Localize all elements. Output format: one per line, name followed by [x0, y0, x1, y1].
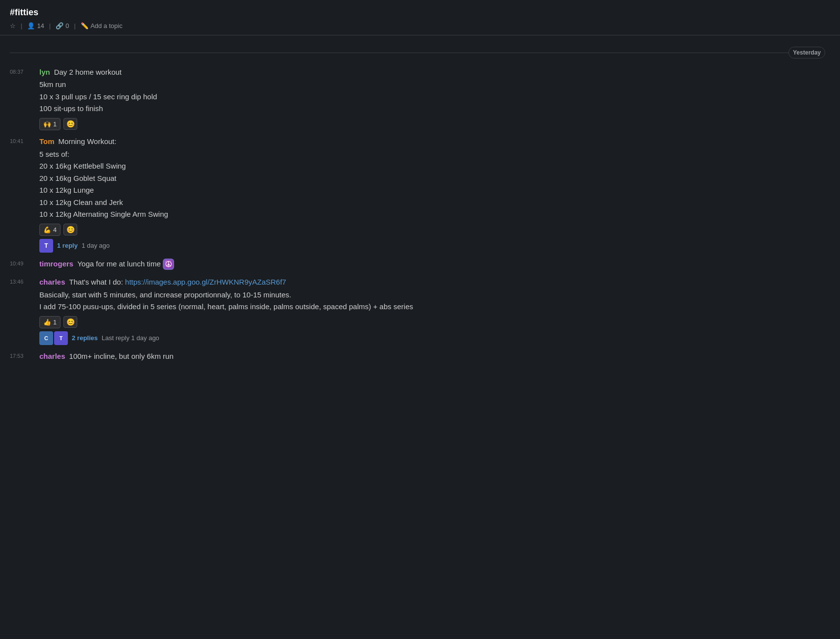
- continuation-1: I add 75-100 pusu-ups, divided in 5 seri…: [39, 302, 413, 311]
- reaction-count: 1: [53, 318, 57, 327]
- reaction-badge[interactable]: 👍 1: [39, 316, 60, 329]
- message-line: 10 x 3 pull ups / 15 sec ring dip hold: [39, 91, 830, 103]
- message-timestamp: 10:41: [10, 136, 34, 253]
- date-divider: Yesterday: [0, 43, 840, 62]
- message-line: Basically, start with 5 minutes, and inc…: [39, 289, 830, 301]
- message-content: charles 100m+ incline, but only 6km run: [34, 351, 830, 363]
- message-group: 13:46 charles That's what I do: https://…: [0, 275, 840, 349]
- message-group: 10:49 timrogers Yoga for me at lunch tim…: [0, 257, 840, 275]
- message-line: 5km run: [39, 79, 830, 91]
- pencil-icon: ✏️: [81, 22, 89, 29]
- members-icon: 👤: [27, 21, 35, 31]
- message-content: timrogers Yoga for me at lunch time ☮️: [34, 259, 830, 271]
- message-content: charles That's what I do: https://images…: [34, 277, 830, 345]
- continuation-5: 10 x 12kg Alternating Single Arm Swing: [39, 210, 168, 218]
- reply-avatar-2: T: [54, 331, 68, 345]
- message-author[interactable]: Tom: [39, 136, 55, 147]
- inline-text: Yoga for me at lunch time ☮️: [77, 259, 174, 270]
- message-header: lyn Day 2 home workout: [39, 67, 830, 78]
- message-line: 5 sets of:: [39, 148, 830, 161]
- message-line: 10 x 12kg Alternating Single Arm Swing: [39, 208, 830, 221]
- add-reaction-button[interactable]: 😊: [63, 316, 77, 328]
- reply-avatar-1: C: [39, 331, 53, 345]
- continuation-2: 20 x 16kg Goblet Squat: [39, 174, 117, 182]
- add-reaction-button[interactable]: 😊: [63, 224, 77, 235]
- message-group: 08:37 lyn Day 2 home workout 5km run 10 …: [0, 65, 840, 135]
- reactions-row: 👍 1 😊: [39, 316, 830, 329]
- message-line: I add 75-100 pusu-ups, divided in 5 seri…: [39, 301, 830, 313]
- reaction-count: 1: [53, 119, 57, 129]
- replies-section[interactable]: T 1 reply 1 day ago: [39, 239, 830, 253]
- reaction-badge[interactable]: 🙌 1: [39, 118, 60, 131]
- message-author[interactable]: charles: [39, 351, 65, 362]
- peace-emoji: ☮️: [163, 259, 174, 270]
- add-topic-button[interactable]: ✏️ Add a topic: [81, 22, 122, 29]
- message-timestamp: 13:46: [10, 277, 34, 345]
- reply-count[interactable]: 2 replies: [72, 333, 98, 343]
- inline-text: That's what I do: https://images.app.goo…: [69, 277, 286, 288]
- continuation-3: 10 x 12kg Lunge: [39, 186, 94, 194]
- message-line: 20 x 16kg Kettlebell Swing: [39, 160, 830, 173]
- divider-3: |: [74, 21, 75, 31]
- message-link[interactable]: https://images.app.goo.gl/ZrHWKNR9yAZaSR…: [125, 278, 286, 286]
- channel-meta: ☆ | 👤 14 | 🔗 0 | ✏️ Add a topic: [10, 21, 830, 31]
- continuation-0: Basically, start with 5 minutes, and inc…: [39, 290, 291, 299]
- message-group: 17:53 charles 100m+ incline, but only 6k…: [0, 349, 840, 367]
- add-reaction-icon: 😊: [66, 119, 75, 129]
- add-topic-label: Add a topic: [90, 22, 122, 29]
- continuation-0: 5km run: [39, 80, 66, 88]
- inline-text: 100m+ incline, but only 6km run: [69, 351, 174, 362]
- date-label: Yesterday: [788, 47, 825, 58]
- continuation-1: 10 x 3 pull ups / 15 sec ring dip hold: [39, 92, 157, 101]
- continuation-2: 100 sit-ups to finish: [39, 104, 103, 113]
- reaction-count: 4: [53, 225, 57, 235]
- reaction-emoji: 💪: [43, 225, 51, 235]
- reply-time: Last reply 1 day ago: [102, 333, 159, 343]
- message-timestamp: 10:49: [10, 259, 34, 271]
- threads-count: 0: [65, 21, 69, 31]
- add-reaction-button[interactable]: 😊: [63, 118, 77, 130]
- reaction-badge[interactable]: 💪 4: [39, 224, 60, 236]
- reply-avatar: T: [39, 239, 53, 253]
- star-button[interactable]: ☆: [10, 21, 16, 31]
- reaction-emoji: 🙌: [43, 119, 51, 129]
- message-header: charles That's what I do: https://images…: [39, 277, 830, 288]
- reply-avatars: C T: [39, 331, 68, 345]
- messages-area: Yesterday 08:37 lyn Day 2 home workout 5…: [0, 35, 840, 372]
- members-info: 👤 14: [27, 21, 44, 31]
- channel-title: #fitties: [10, 6, 830, 19]
- inline-text: Morning Workout:: [59, 136, 117, 147]
- continuation-0: 5 sets of:: [39, 150, 69, 158]
- reactions-row: 🙌 1 😊: [39, 118, 830, 131]
- message-content: Tom Morning Workout: 5 sets of: 20 x 16k…: [34, 136, 830, 253]
- divider-1: |: [21, 21, 22, 31]
- continuation-1: 20 x 16kg Kettlebell Swing: [39, 162, 126, 170]
- message-author[interactable]: charles: [39, 277, 65, 288]
- members-count: 14: [37, 21, 44, 31]
- inline-text: Day 2 home workout: [54, 67, 122, 78]
- replies-section[interactable]: C T 2 replies Last reply 1 day ago: [39, 331, 830, 345]
- channel-header: #fitties ☆ | 👤 14 | 🔗 0 | ✏️ Add a topic: [0, 0, 840, 35]
- add-reaction-icon: 😊: [66, 225, 75, 235]
- message-line: 100 sit-ups to finish: [39, 103, 830, 115]
- divider-2: |: [49, 21, 51, 31]
- reactions-row: 💪 4 😊: [39, 224, 830, 236]
- add-reaction-icon: 😊: [66, 317, 75, 327]
- message-author[interactable]: timrogers: [39, 259, 73, 270]
- message-content: lyn Day 2 home workout 5km run 10 x 3 pu…: [34, 67, 830, 131]
- message-line: 20 x 16kg Goblet Squat: [39, 173, 830, 185]
- message-line: 10 x 12kg Clean and Jerk: [39, 197, 830, 209]
- threads-info: 🔗 0: [56, 21, 69, 31]
- reaction-emoji: 👍: [43, 318, 51, 327]
- message-timestamp: 08:37: [10, 67, 34, 131]
- star-icon: ☆: [10, 21, 16, 31]
- reply-count[interactable]: 1 reply: [57, 241, 78, 251]
- continuation-4: 10 x 12kg Clean and Jerk: [39, 198, 123, 206]
- message-header: Tom Morning Workout:: [39, 136, 830, 147]
- message-header: charles 100m+ incline, but only 6km run: [39, 351, 830, 362]
- reply-time: 1 day ago: [82, 241, 110, 251]
- message-author[interactable]: lyn: [39, 67, 50, 78]
- message-line: 10 x 12kg Lunge: [39, 184, 830, 197]
- message-group: 10:41 Tom Morning Workout: 5 sets of: 20…: [0, 134, 840, 257]
- message-header: timrogers Yoga for me at lunch time ☮️: [39, 259, 830, 270]
